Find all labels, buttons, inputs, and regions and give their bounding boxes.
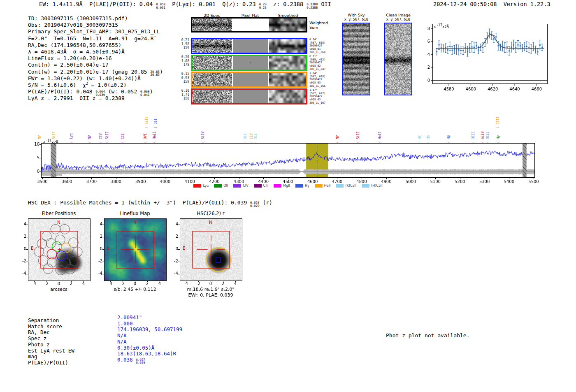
emission-line-label-oii: ( OII [244, 133, 247, 143]
spec2d-cell-smooth [269, 90, 306, 103]
y-tickmark [102, 262, 104, 262]
match-row-value: 174.196039, 50.697199 [117, 327, 182, 333]
emission-line-label-civ: ( CIV [99, 133, 103, 143]
match-row-label: Photo z [28, 342, 74, 348]
spectrum-y-tick: 5 [32, 155, 39, 160]
spectrum-x-tickmark [141, 178, 141, 179]
spectrum-x-tickmark [485, 178, 485, 179]
stacked-fraction: 0.0570.029 [136, 358, 145, 364]
spectrum-y-tick: 10 [32, 142, 39, 146]
spectrum-x-tickmark [313, 178, 313, 179]
legend-swatch [336, 184, 344, 188]
legend-item: (H)CaII [362, 184, 382, 188]
emission-line-label-oii: ( OII [254, 133, 258, 143]
spec2d-panel: 2D Spec Pixel Flat Smoothed WeightedSum0… [191, 12, 331, 108]
spectrum-x-tickmark [337, 178, 337, 179]
with-sky-image [342, 23, 370, 95]
spec2d-cell-flat [233, 90, 268, 103]
lineflux-panel-title: Lineflux Map [104, 211, 166, 216]
spec2d-cell-spec [192, 73, 232, 86]
info-line: Cont(w) = 2.20(±0.01)e-17 (gmag 20.85 20… [28, 69, 163, 75]
spec2d-cell-flat [233, 73, 268, 86]
spectrum-x-tickmark [42, 178, 43, 179]
y-tickmark [178, 249, 180, 250]
spectrum-x-tick: 4100 [181, 179, 199, 184]
spectrum-unit-label: e-17x2Å [43, 140, 58, 144]
detection-info-block: ID: 3003097315 (3003097315.pdf)Obs: 2019… [28, 15, 163, 102]
y-tick-label: -2 [93, 259, 102, 263]
emission-line-label-heii: ( HeII [153, 131, 156, 143]
spectrum-x-tick: 3900 [132, 179, 150, 184]
x-tickmark [186, 281, 186, 282]
x-tickmark [135, 281, 135, 282]
east-label: E [183, 246, 185, 251]
match-row-label: Est LyA rest-EW [28, 348, 74, 354]
weight-value: 159 [180, 46, 189, 50]
fiber-weight-labels: 0.211.58159 [180, 38, 189, 50]
emission-line-label-civ: ( CIV [250, 133, 253, 143]
spectrum-x-tickmark [190, 178, 190, 179]
fraction-lower: 0.041 [140, 93, 150, 97]
spectrum-x-tick: 3700 [82, 179, 100, 184]
weight-value: 159 [180, 80, 189, 84]
emission-line-label-ovi: ( OVI [144, 133, 147, 143]
spectrum-x-tickmark [263, 178, 264, 179]
emission-line-label-siiv: ( SiIV [481, 131, 485, 143]
spectrum-x-tick: 3500 [33, 179, 51, 184]
y-tickmark [178, 262, 180, 262]
weight-value: 0.15 [180, 72, 189, 76]
legend-label: Hγ [305, 184, 309, 188]
info-line: EWr = 1.30(±0.22) (w: 1.40(±0.24))Å [28, 75, 163, 82]
y-tickmark [26, 225, 28, 225]
full-spectrum-plot [41, 143, 535, 178]
legend-item: Hγ [295, 184, 309, 188]
weight-value: 178 [180, 63, 189, 67]
y-tickmark [26, 249, 28, 250]
spectrum-y-tickmark [39, 172, 41, 172]
info-line: RA,Dec (174.196548,50.697655) [28, 42, 163, 49]
info-line: Obs: 20190427v018_3003097315 [28, 22, 163, 28]
clean-image-coords: x, y: 567, 618 [382, 17, 415, 21]
north-label: N [57, 220, 60, 225]
spectrum-x-tickmark [288, 178, 288, 179]
info-line: Primary Spec_Slot_IFU_AMP: 303_025_013_L… [28, 28, 163, 35]
spec2d-row [191, 17, 307, 32]
weight-value: 0.20 [180, 55, 189, 59]
weighted-sum-label: WeightedSum [309, 21, 334, 30]
match-row-label: RA, Dec [28, 329, 74, 336]
x-tickmark [34, 281, 35, 282]
spectrum-x-tick: 4200 [205, 179, 223, 184]
x-tickmark [198, 281, 199, 282]
spectrum-x-tick: 5500 [525, 179, 543, 184]
y-tickmark [178, 274, 180, 274]
legend-swatch [362, 184, 369, 188]
spec2d-row [191, 38, 307, 54]
fiber-x-axis-label: arcsecs [16, 287, 102, 292]
spectrum-x-tick: 5300 [476, 179, 494, 184]
emission-line-label-hδ: ( Hδ [427, 135, 430, 143]
emission-line-labels-zone: ( NV( SiII( Lyα( NV( CIV( SiII( CII( OVI… [41, 109, 535, 143]
spec2d-cell-spec [192, 56, 232, 70]
with-sky-title: With Sky [340, 13, 373, 17]
spectrum-x-tick: 5100 [426, 179, 444, 184]
spectrum-y-tickmark [39, 158, 41, 158]
legend-swatch [214, 184, 222, 188]
emission-line-label-ciii: ( CIII [496, 116, 500, 128]
stacked-fraction: 0.0690.041 [140, 90, 150, 96]
emission-line-label-hβ: ( Hβ [447, 135, 451, 143]
y-tick-label: 4 [93, 222, 102, 226]
spectrum-y-tick: 0 [32, 169, 39, 174]
spectrum-x-tickmark [534, 178, 534, 179]
y-tick-label: -2 [168, 259, 178, 263]
match-row-label: Match score [28, 324, 74, 330]
spec2d-row [191, 88, 307, 104]
legend-label: (K)CaII [345, 184, 356, 188]
spectrum-x-tickmark [165, 178, 165, 179]
legend-item: OII [214, 184, 228, 188]
y-tickmark [102, 274, 104, 274]
spectrum-x-tick: 4300 [230, 179, 248, 184]
hsc-x-axis-label: m:18.6 re:1.9" s:2.0" [167, 287, 254, 292]
legend-label: CIII [263, 184, 269, 188]
spectrum-x-tickmark [460, 178, 460, 179]
emission-line-label-siiv: ( SiIV [145, 116, 149, 128]
